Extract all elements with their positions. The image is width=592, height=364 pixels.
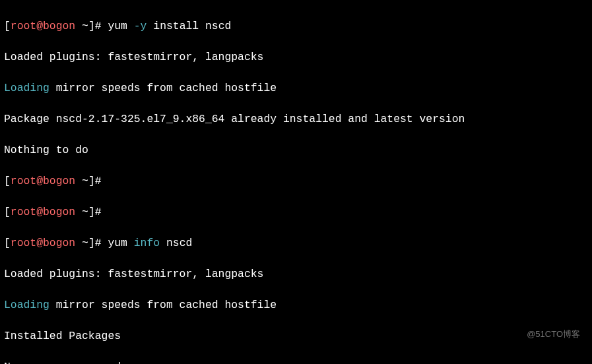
prompt-line: [root@bogon ~]# yum -y install nscd xyxy=(4,18,588,34)
prompt-line: [root@bogon ~]# xyxy=(4,173,588,189)
prompt-line: [root@bogon ~]# yum info nscd xyxy=(4,235,588,251)
flag-y: -y xyxy=(134,20,147,32)
watermark: @51CTO博客 xyxy=(527,326,580,342)
section-header: Installed Packages xyxy=(4,328,588,344)
prompt-line: [root@bogon ~]# xyxy=(4,204,588,220)
subcommand-info: info xyxy=(134,237,160,249)
output-line: Loaded plugins: fastestmirror, langpacks xyxy=(4,49,588,65)
output-line: Loaded plugins: fastestmirror, langpacks xyxy=(4,266,588,282)
loading-keyword: Loading xyxy=(4,299,49,311)
output-line: Loading mirror speeds from cached hostfi… xyxy=(4,80,588,96)
command-yum-install: yum xyxy=(108,20,133,32)
terminal-output[interactable]: [root@bogon ~]# yum -y install nscd Load… xyxy=(0,0,592,364)
output-line: Nothing to do xyxy=(4,142,588,158)
prompt-userhost: root@bogon xyxy=(11,20,75,32)
loading-keyword: Loading xyxy=(4,82,49,94)
output-line: Package nscd-2.17-325.el7_9.x86_64 alrea… xyxy=(4,111,588,127)
output-line: Loading mirror speeds from cached hostfi… xyxy=(4,297,588,313)
field-name: Name : nscd xyxy=(4,359,588,365)
command-yum-info: yum xyxy=(108,237,133,249)
